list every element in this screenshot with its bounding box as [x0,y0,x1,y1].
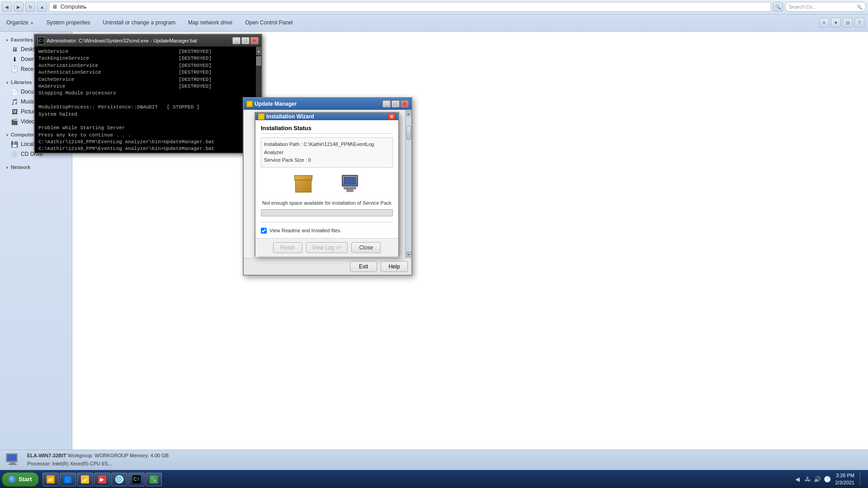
view-change-button[interactable]: ≡ [819,18,829,28]
tray-clock-icon[interactable]: 🕐 [823,475,831,483]
install-wizard-close-button[interactable]: ✕ [387,113,396,120]
cmd-line-3: AuthorizationService [DESTROYED] [38,62,252,69]
up-button[interactable]: ▲ [37,2,47,12]
cmd-close-button[interactable]: ✕ [250,37,259,44]
address-computer-label: Computer [61,4,85,10]
cmd-minimize-button[interactable]: _ [232,37,241,44]
um-maximize-button[interactable]: □ [392,100,400,108]
open-control-panel-button[interactable]: Open Control Panel [242,18,295,27]
cmd-line-12: Problem while Starting Server [38,125,252,131]
forward-button[interactable]: ▶ [14,2,24,12]
um-close-button[interactable]: ✕ [401,100,409,108]
search-button[interactable]: 🔍 [773,2,783,12]
preview-pane-button[interactable]: ⊟ [843,18,853,28]
screen [344,177,356,184]
address-chevron [84,4,87,10]
close-button[interactable]: Close [351,242,381,253]
system-properties-button[interactable]: System properties [44,18,93,27]
start-button[interactable]: Start [2,472,39,487]
workgroup-value: WORKGROUP [95,453,128,458]
taskbar-files-icon: 📂 [81,475,89,483]
cmd-scroll-up[interactable]: ▲ [256,47,261,55]
cmd-titlebar: C:\ Administrator: C:\Windows\System32\c… [35,35,261,47]
videos-icon: 🎬 [11,118,18,125]
install-wizard-icon [258,113,264,120]
cmd-content: WebService [DESTROYED] TaskEngineService… [35,47,256,153]
map-network-button[interactable]: Map network drive [185,18,235,27]
install-wizard-buttons: Finish View Log >> Close [255,238,398,257]
address-path[interactable]: 🖥 Computer [49,2,771,12]
update-manager-icon [246,101,253,107]
processor-label: Processor: [27,461,51,466]
cmd-line-8 [38,97,252,104]
install-status-title: Installation Status [261,125,393,134]
cddrive-icon: 💿 [11,150,18,158]
um-scrollbar[interactable]: ▲ ▼ [405,110,411,258]
taskbar-chrome-icon: 🌐 [115,475,123,483]
taskbar-clock[interactable]: 3:26 PM 2/3/2021 [835,472,854,486]
um-scroll-down[interactable]: ▼ [406,252,411,257]
system-tray: ◀ 🖧 🔊 🕐 [793,475,831,483]
start-label: Start [19,476,32,483]
view-dropdown-button[interactable]: ▼ [831,18,841,28]
package-icon [294,175,313,192]
um-scroll-up[interactable]: ▲ [406,111,411,116]
clock-date: 2/3/2021 [835,479,854,486]
um-minimize-button[interactable]: _ [382,100,391,108]
search-icon: 🔍 [857,5,862,9]
install-progress-bar [261,209,393,216]
taskbar-app-chrome[interactable]: 🌐 [111,473,127,486]
view-log-button[interactable]: View Log >> [306,242,348,253]
view-readme-checkbox[interactable] [261,228,267,234]
svg-rect-2 [10,462,15,464]
uninstall-label: Uninstall or change a program [103,19,175,26]
computer-chevron [5,132,9,137]
taskbar-app-explorer[interactable]: 📁 [42,473,59,486]
finish-button[interactable]: Finish [273,242,302,253]
explorer-address-bar: ◀ ▶ ↻ ▲ 🖥 Computer 🔍 Search Co... 🔍 [0,0,868,14]
pictures-icon: 🖼 [11,108,18,115]
install-wizard-dialog[interactable]: Installation Wizard ✕ Installation Statu… [255,112,399,257]
refresh-button[interactable]: ↻ [25,2,35,12]
desktop: ◀ ▶ ↻ ▲ 🖥 Computer 🔍 Search Co... 🔍 Orga… [0,0,868,488]
cmd-line-14: C:\Kathir\12148_PPM\EventLog Analyzer\bi… [38,139,252,145]
taskbar-app-cmd[interactable]: C:\ [128,473,145,486]
install-wizard-content: Installation Status Installation Path : … [255,120,398,238]
svg-rect-1 [7,455,16,461]
system-icon [5,453,20,467]
cmd-maximize-button[interactable]: □ [241,37,250,44]
cmd-line-4: AuthenticationService [DESTROYED] [38,69,252,76]
back-button[interactable]: ◀ [2,2,12,12]
organize-button[interactable]: Organize [4,18,37,27]
tray-volume-icon[interactable]: 🔊 [813,475,821,483]
music-label: Music [21,99,35,105]
cmd-line-6: HAService [DESTROYED] [38,83,252,90]
taskbar-app-media[interactable]: ▶ [94,473,110,486]
help-button[interactable]: Help [381,261,408,272]
exit-button[interactable]: Exit [350,261,377,272]
downloads-icon: ⬇ [11,56,18,63]
uninstall-button[interactable]: Uninstall or change a program [100,18,178,27]
cmd-window[interactable]: C:\ Administrator: C:\Windows\System32\c… [34,34,262,154]
computer-label: Computer [11,132,34,137]
help-button[interactable]: ? [854,18,864,28]
cmd-scroll-thumb[interactable] [256,56,261,66]
show-desktop-button[interactable] [860,473,863,486]
update-manager-title: Update Manager [255,101,381,107]
taskbar-app-ie[interactable]: 🌐 [60,473,76,486]
tray-network-icon[interactable]: 🖧 [803,475,811,483]
update-manager-titlebar: Update Manager _ □ ✕ [244,98,411,110]
network-header[interactable]: Network [0,163,72,172]
taskbar-apps: 📁 🌐 📂 ▶ 🌐 C:\ 🔧 [42,473,162,486]
tray-arrow-icon[interactable]: ◀ [793,475,802,483]
view-readme-label: View Readme and Installed files. [269,228,341,233]
um-scroll-thumb[interactable] [406,126,411,140]
taskbar-media-icon: ▶ [98,475,106,483]
service-pack-value: 0 [308,157,311,163]
search-box[interactable]: Search Co... 🔍 [785,2,866,12]
taskbar-app-update[interactable]: 🔧 [146,473,162,486]
cmd-line-15: C:\Kathir\12148_PPM\EventLog Analyzer\bi… [38,145,252,152]
cmd-line-7: Stopping Module processors [38,90,252,97]
open-control-panel-label: Open Control Panel [245,19,292,26]
taskbar-app-files[interactable]: 📂 [77,473,93,486]
